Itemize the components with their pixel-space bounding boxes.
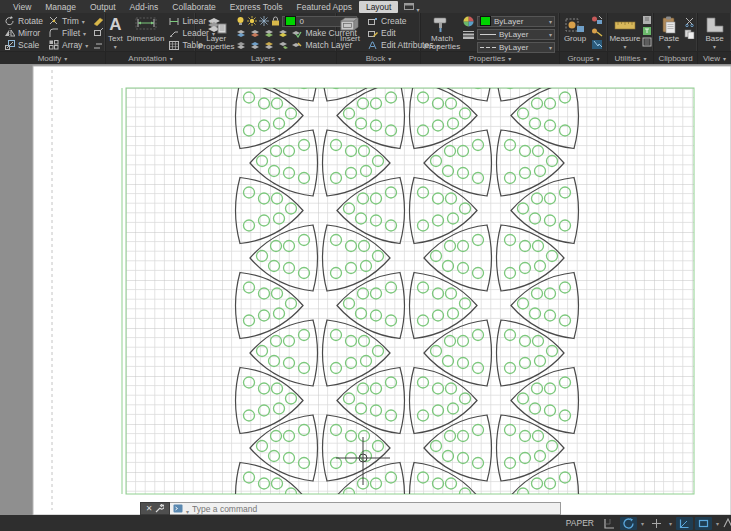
panel-icon bbox=[404, 3, 414, 10]
layer-tool-icon[interactable] bbox=[236, 29, 247, 38]
dimension-icon bbox=[135, 15, 157, 35]
layer-thaw-sun-icon[interactable] bbox=[247, 16, 257, 26]
mirror-label: Mirror bbox=[18, 28, 40, 38]
group-selection-icon[interactable] bbox=[591, 39, 603, 50]
color-swatch bbox=[480, 16, 491, 26]
panel-layers: Layer Properties 0 bbox=[196, 13, 337, 51]
mirror-button[interactable]: Mirror bbox=[3, 27, 45, 39]
chevron-down-icon[interactable]: ▾ bbox=[714, 520, 721, 527]
mirror-icon bbox=[5, 28, 15, 38]
color-wheel-icon bbox=[463, 16, 474, 27]
lineweight-sample bbox=[480, 33, 496, 36]
layer-tool-icon[interactable] bbox=[250, 29, 261, 38]
dynamic-input-button[interactable] bbox=[620, 517, 637, 530]
trim-button[interactable]: Trim bbox=[47, 15, 90, 27]
customize-wrench-icon[interactable] bbox=[155, 504, 164, 513]
drawing-canvas[interactable] bbox=[0, 64, 731, 515]
panel-label-properties[interactable]: Properties bbox=[421, 52, 560, 64]
array-button[interactable]: Array bbox=[47, 39, 90, 51]
dimension-button[interactable]: Dimension bbox=[125, 15, 167, 43]
close-icon[interactable]: ✕ bbox=[146, 505, 153, 513]
command-bar-grip[interactable]: ✕ bbox=[140, 502, 170, 515]
list-icon[interactable] bbox=[642, 37, 653, 47]
base-label: Base bbox=[705, 35, 723, 43]
scale-button[interactable]: Scale bbox=[3, 39, 45, 51]
dimension-label: Dimension bbox=[127, 35, 165, 43]
lineweight-value: ByLayer bbox=[499, 30, 546, 39]
command-bar: ✕ bbox=[140, 502, 561, 515]
layer-tool-icon[interactable] bbox=[264, 41, 275, 50]
chevron-down-icon[interactable]: ▾ bbox=[667, 520, 674, 527]
tab-express-tools[interactable]: Express Tools bbox=[223, 1, 290, 13]
explode-button[interactable] bbox=[91, 27, 106, 39]
create-block-icon bbox=[368, 17, 378, 26]
tab-view[interactable]: View bbox=[6, 1, 38, 13]
layout-drawing[interactable] bbox=[0, 64, 731, 515]
match-properties-button[interactable]: Match Properties bbox=[421, 15, 463, 51]
quick-calc-icon[interactable] bbox=[642, 26, 653, 36]
erase-button[interactable] bbox=[91, 15, 106, 27]
chevron-down-icon[interactable]: ▾ bbox=[639, 520, 646, 527]
group-edit-icon[interactable] bbox=[591, 27, 603, 38]
cut-icon[interactable] bbox=[684, 17, 696, 27]
offset-icon bbox=[93, 40, 104, 50]
layer-tool-icon[interactable] bbox=[264, 29, 275, 38]
chevron-down-icon bbox=[388, 54, 391, 63]
layer-tool-icon[interactable] bbox=[236, 41, 247, 50]
command-input-field[interactable] bbox=[170, 502, 561, 515]
layer-tool-icon[interactable] bbox=[278, 29, 289, 38]
chevron-down-icon bbox=[667, 43, 670, 51]
chevron-down-icon bbox=[508, 54, 511, 63]
offset-button[interactable] bbox=[91, 39, 106, 51]
panel-label-utilities[interactable]: Utilities bbox=[608, 52, 654, 64]
measure-button[interactable]: Measure bbox=[608, 15, 642, 51]
paper-space-button[interactable]: PAPER bbox=[561, 518, 599, 528]
panel-label-modify[interactable]: Modify bbox=[0, 52, 106, 64]
id-point-icon[interactable] bbox=[642, 15, 653, 25]
grid-display-button[interactable] bbox=[601, 517, 618, 530]
ungroup-icon[interactable] bbox=[591, 15, 603, 26]
text-button[interactable]: A Text bbox=[106, 15, 125, 51]
tab-manage[interactable]: Manage bbox=[38, 1, 83, 13]
insert-icon bbox=[339, 15, 361, 35]
layer-lock-icon[interactable] bbox=[271, 16, 280, 26]
group-button[interactable]: Group bbox=[560, 15, 590, 43]
panel-label-annotation[interactable]: Annotation bbox=[106, 52, 196, 64]
layer-properties-button[interactable]: Layer Properties bbox=[196, 15, 236, 51]
edit-block-icon bbox=[368, 29, 378, 38]
chevron-down-icon bbox=[278, 54, 281, 63]
copy-clip-icon[interactable] bbox=[684, 29, 696, 39]
panel-label-view[interactable]: View bbox=[698, 52, 731, 64]
chevron-down-icon bbox=[723, 54, 726, 63]
object-color-dropdown[interactable]: ByLayer bbox=[477, 16, 555, 27]
layer-freeze-icon[interactable] bbox=[259, 16, 269, 26]
tab-output[interactable]: Output bbox=[83, 1, 123, 13]
polar-tracking-button[interactable] bbox=[676, 517, 693, 530]
tab-collaborate[interactable]: Collaborate bbox=[165, 1, 222, 13]
object-snap-button[interactable] bbox=[695, 517, 712, 530]
tab-layout[interactable]: Layout bbox=[359, 1, 399, 13]
snap-mode-button[interactable] bbox=[648, 517, 665, 530]
linetype-dropdown[interactable]: ByLayer bbox=[477, 42, 555, 53]
panel-label-block[interactable]: Block bbox=[337, 52, 421, 64]
chevron-down-icon bbox=[64, 54, 67, 63]
rotate-button[interactable]: Rotate bbox=[3, 15, 45, 27]
layer-tool-icon[interactable] bbox=[278, 41, 289, 50]
layer-on-bulb-icon[interactable] bbox=[236, 16, 245, 26]
insert-button[interactable]: Insert bbox=[337, 15, 363, 43]
panel-label-layers[interactable]: Layers bbox=[196, 52, 337, 64]
annotation-scale-button[interactable] bbox=[723, 517, 731, 530]
panel-clipboard: Paste bbox=[654, 13, 698, 51]
lineweight-dropdown[interactable]: ByLayer bbox=[477, 29, 555, 40]
command-input[interactable] bbox=[192, 504, 557, 514]
panel-label-groups[interactable]: Groups bbox=[560, 52, 608, 64]
tab-featured-apps[interactable]: Featured Apps bbox=[290, 1, 359, 13]
fillet-button[interactable]: Fillet bbox=[47, 27, 90, 39]
orbit-icon bbox=[623, 518, 635, 529]
tab-add-ins[interactable]: Add-ins bbox=[123, 1, 166, 13]
base-button[interactable]: Base bbox=[698, 15, 731, 51]
fillet-icon bbox=[49, 28, 59, 38]
layer-color-swatch bbox=[285, 16, 296, 26]
paste-button[interactable]: Paste bbox=[654, 15, 684, 51]
layer-tool-icon[interactable] bbox=[250, 41, 261, 50]
